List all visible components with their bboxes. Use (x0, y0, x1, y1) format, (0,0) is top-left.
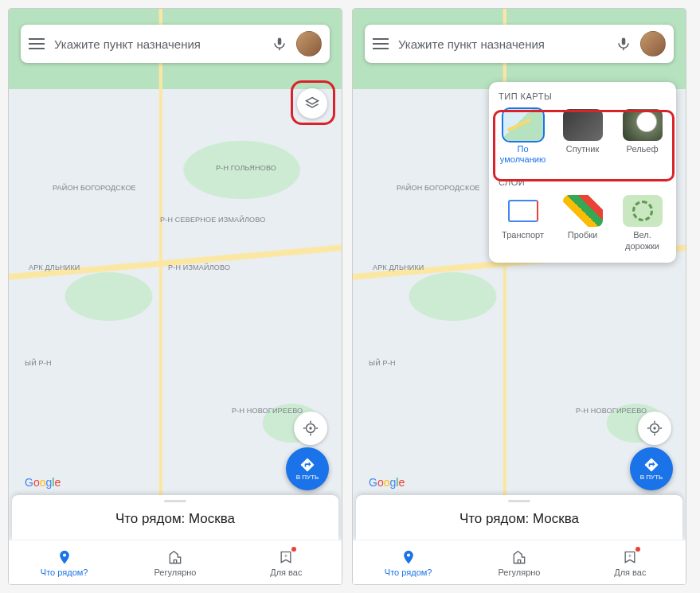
google-watermark: Google (369, 476, 405, 489)
map-area-label: АРК ДЛЬНИКИ (373, 263, 424, 271)
map-type-heading: ТИП КАРТЫ (499, 92, 667, 101)
tab-bar: Что рядом? Регулярно + Для вас (9, 540, 342, 584)
crosshair-icon (302, 419, 319, 437)
layers-panel: ТИП КАРТЫ По умолчанию Спутник Рельеф СЛ… (489, 82, 676, 263)
map-type-satellite[interactable]: Спутник (558, 109, 607, 165)
star-badge-icon: + (277, 548, 295, 566)
screenshot-right: РАЙОН БОГОРОДСКОЕ АРК ДЛЬНИКИ ЫЙ Р-Н Р-Н… (352, 8, 686, 585)
sheet-title: Что рядом: Москва (459, 511, 579, 527)
google-watermark: Google (25, 476, 61, 489)
search-input[interactable]: Укажите пункт назначения (54, 37, 263, 51)
layer-traffic[interactable]: Пробки (558, 195, 607, 251)
star-badge-icon: + (621, 548, 639, 566)
map-area-label: Р-Н ИЗМАЙЛОВО (168, 263, 230, 271)
svg-text:+: + (628, 552, 632, 559)
menu-icon[interactable] (373, 38, 389, 49)
avatar[interactable] (640, 31, 666, 57)
tab-commute[interactable]: Регулярно (463, 540, 574, 584)
map-type-default-thumb (503, 109, 543, 141)
map-area-label: Р-Н НОВОГИРЕЕВО (232, 407, 303, 415)
map-type-terrain-thumb (623, 109, 663, 141)
layer-traffic-thumb (563, 195, 603, 227)
map-area-label: РАЙОН БОГОРОДСКОЕ (397, 184, 480, 192)
my-location-button[interactable] (638, 412, 671, 445)
layer-transit[interactable]: Транспорт (499, 195, 547, 251)
my-location-button[interactable] (294, 412, 327, 445)
tab-nearby[interactable]: Что рядом? (9, 540, 119, 584)
tab-commute[interactable]: Регулярно (119, 540, 230, 584)
svg-point-1 (309, 427, 311, 429)
sheet-title: Что рядом: Москва (115, 511, 235, 527)
map-type-satellite-thumb (563, 109, 603, 141)
map-area-label: РАЙОН БОГОРОДСКОЕ (53, 184, 136, 192)
layers-button[interactable] (297, 88, 327, 119)
tab-for-you[interactable]: + Для вас (231, 540, 342, 584)
directions-icon (643, 457, 659, 473)
building-icon (166, 548, 184, 566)
tab-nearby[interactable]: Что рядом? (353, 540, 463, 584)
avatar[interactable] (296, 31, 322, 57)
directions-icon (299, 457, 315, 473)
bottom-sheet[interactable]: Что рядом: Москва (356, 495, 682, 540)
mic-icon[interactable] (616, 35, 631, 53)
tab-bar: Что рядом? Регулярно + Для вас (353, 540, 686, 584)
mic-icon[interactable] (272, 35, 287, 53)
search-bar[interactable]: Укажите пункт назначения (365, 25, 674, 63)
layers-heading: СЛОИ (499, 178, 667, 187)
pin-icon (56, 548, 73, 566)
layer-bike-thumb (623, 195, 663, 227)
svg-text:+: + (284, 552, 288, 559)
search-bar[interactable]: Укажите пункт назначения (21, 25, 330, 63)
layer-transit-thumb (503, 195, 543, 227)
svg-point-4 (653, 427, 655, 429)
building-icon (510, 548, 528, 566)
directions-button[interactable]: В ПУТЬ (630, 447, 673, 490)
search-input[interactable]: Укажите пункт назначения (398, 37, 607, 51)
directions-label: В ПУТЬ (640, 474, 663, 481)
bottom-sheet[interactable]: Что рядом: Москва (12, 495, 338, 540)
map-area-label: АРК ДЛЬНИКИ (29, 263, 80, 271)
map-area-label: Р-Н СЕВЕРНОЕ ИЗМАЙЛОВО (160, 216, 265, 224)
directions-button[interactable]: В ПУТЬ (286, 447, 329, 490)
crosshair-icon (646, 419, 663, 437)
drag-handle[interactable] (164, 500, 186, 502)
map-area-label: ЫЙ Р-Н (25, 359, 52, 367)
pin-icon (400, 548, 417, 566)
tab-for-you[interactable]: + Для вас (575, 540, 686, 584)
map-type-default[interactable]: По умолчанию (499, 109, 547, 165)
screenshot-left: РАЙОН БОГОРОДСКОЕ Р-Н ГОЛЬЯНОВО Р-Н СЕВЕ… (8, 8, 342, 585)
drag-handle[interactable] (508, 500, 530, 502)
map-type-terrain[interactable]: Рельеф (618, 109, 667, 165)
map-area-label: ЫЙ Р-Н (369, 359, 396, 367)
map-area-label: Р-Н ГОЛЬЯНОВО (216, 164, 276, 172)
map-area-label: Р-Н НОВОГИРЕЕВО (576, 407, 647, 415)
layer-bike[interactable]: Вел. дорожки (618, 195, 667, 251)
directions-label: В ПУТЬ (296, 474, 319, 481)
layers-icon (304, 96, 320, 111)
menu-icon[interactable] (29, 38, 45, 49)
